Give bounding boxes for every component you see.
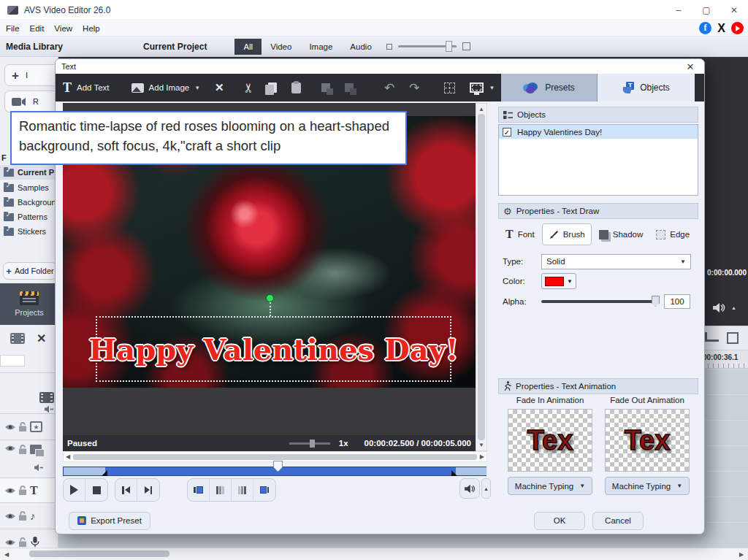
- import-button[interactable]: + I: [4, 64, 61, 86]
- track-voice[interactable]: [0, 529, 58, 555]
- minimize-button[interactable]: –: [665, 1, 692, 20]
- speaker-icon[interactable]: [712, 302, 725, 313]
- record-button[interactable]: R: [4, 91, 61, 112]
- volume-expand-button[interactable]: ▲: [481, 478, 491, 499]
- alpha-slider[interactable]: [541, 300, 658, 303]
- track-audio[interactable]: ♪: [0, 502, 58, 529]
- volume-button[interactable]: [459, 478, 480, 499]
- previous-frame-button[interactable]: [115, 479, 137, 501]
- stop-button[interactable]: [85, 479, 107, 501]
- font-tab[interactable]: T Font: [500, 223, 541, 245]
- menu-view[interactable]: View: [54, 24, 72, 33]
- lock-icon[interactable]: [19, 422, 27, 431]
- caption-input[interactable]: Romantic time-lapse of red roses bloomin…: [10, 111, 407, 165]
- undo-button[interactable]: ↶: [377, 74, 402, 101]
- x-icon[interactable]: X: [715, 22, 728, 34]
- play-button[interactable]: [64, 479, 85, 501]
- scroll-left-icon[interactable]: ◀: [66, 453, 70, 460]
- scroll-up-icon[interactable]: ▲: [478, 106, 484, 112]
- trim-bar[interactable]: [63, 467, 486, 476]
- redo-button[interactable]: ↷: [402, 74, 427, 101]
- current-project-label[interactable]: Current Project: [143, 42, 207, 52]
- scroll-right-icon[interactable]: ▶: [480, 453, 484, 460]
- trim-start-marker[interactable]: [102, 470, 107, 476]
- menu-file[interactable]: File: [6, 24, 20, 33]
- chevron-down-icon[interactable]: ▼: [194, 85, 200, 91]
- bring-forward-button[interactable]: [314, 74, 337, 101]
- trim-end-button[interactable]: [253, 479, 275, 501]
- eye-icon[interactable]: [4, 445, 16, 452]
- delete-object-button[interactable]: ✕: [207, 74, 232, 101]
- shadow-tab[interactable]: Shadow: [593, 223, 649, 245]
- trim-right-segment[interactable]: [456, 467, 486, 475]
- object-item[interactable]: ✓ Happy Valentines Day!: [499, 125, 698, 139]
- type-select[interactable]: Solid ▼: [541, 254, 691, 269]
- track-video[interactable]: [0, 372, 58, 413]
- next-frame-button[interactable]: [137, 479, 159, 501]
- send-backward-button[interactable]: [337, 74, 361, 101]
- close-button[interactable]: ✕: [720, 1, 748, 20]
- track-text[interactable]: T: [0, 477, 58, 502]
- tab-video[interactable]: Video: [262, 39, 300, 55]
- alpha-handle[interactable]: [652, 296, 660, 307]
- folder-item-backgrounds[interactable]: Backgroun: [0, 195, 58, 210]
- fade-out-select[interactable]: Machine Typing ▼: [605, 477, 690, 495]
- canvas-vscrollbar[interactable]: ▲ ▼: [476, 103, 487, 451]
- tab-audio[interactable]: Audio: [341, 39, 380, 55]
- tab-image[interactable]: Image: [300, 39, 341, 55]
- tab-presets[interactable]: Presets: [501, 74, 598, 101]
- menu-edit[interactable]: Edit: [30, 24, 45, 33]
- audio-mute-icon[interactable]: [44, 405, 54, 413]
- maximize-button[interactable]: ▢: [692, 1, 720, 20]
- add-folder-button[interactable]: + Add Folder: [3, 262, 57, 280]
- speed-handle[interactable]: [310, 440, 315, 448]
- trim-end-marker[interactable]: [451, 470, 457, 476]
- tab-objects[interactable]: Objects: [598, 74, 695, 101]
- color-swatch-button[interactable]: ▼: [541, 273, 576, 289]
- paste-button[interactable]: [284, 74, 308, 101]
- objects-list[interactable]: ✓ Happy Valentines Day!: [498, 124, 698, 196]
- media-library-label[interactable]: Media Library: [6, 42, 63, 52]
- audio-mute-icon[interactable]: [34, 464, 44, 472]
- track-overlay[interactable]: ★: [0, 413, 58, 440]
- canvas-hscrollbar[interactable]: ◀ ▶: [63, 451, 487, 462]
- main-volume[interactable]: ▲: [712, 302, 736, 313]
- tab-all[interactable]: All: [234, 39, 262, 55]
- facebook-icon[interactable]: f: [699, 22, 711, 34]
- scroll-right-icon[interactable]: ▶: [739, 551, 744, 558]
- trim-start-button[interactable]: [188, 479, 210, 501]
- youtube-icon[interactable]: [731, 22, 744, 34]
- add-image-button[interactable]: Add Image ▼: [124, 74, 208, 101]
- cut-button[interactable]: ✂: [236, 74, 261, 101]
- film-tool-icon[interactable]: [10, 333, 25, 344]
- trim-left-segment[interactable]: [64, 467, 105, 475]
- volume-expand-icon[interactable]: ▲: [731, 305, 736, 310]
- brush-tab[interactable]: Brush: [542, 223, 592, 245]
- eye-icon[interactable]: [4, 423, 16, 431]
- delete-icon[interactable]: ✕: [37, 331, 46, 345]
- vscroll-thumb[interactable]: [478, 114, 485, 440]
- grid-toggle-button[interactable]: [437, 74, 462, 101]
- split-left-button[interactable]: [210, 479, 232, 501]
- edge-tab[interactable]: Edge: [650, 223, 695, 245]
- alpha-value[interactable]: 100: [664, 294, 690, 309]
- lock-icon[interactable]: [19, 511, 27, 521]
- eye-icon[interactable]: [4, 539, 16, 546]
- lock-icon[interactable]: [19, 486, 27, 495]
- add-text-button[interactable]: T Add Text: [56, 74, 117, 101]
- safe-area-button[interactable]: ▼: [462, 74, 502, 101]
- export-preset-button[interactable]: Export Preset: [69, 512, 150, 530]
- thumbnail-slider-handle[interactable]: [446, 41, 452, 52]
- projects-button[interactable]: Projects: [0, 283, 58, 325]
- text-overlay[interactable]: Happy Valentines Day!: [89, 332, 459, 367]
- folder-item-stickers[interactable]: Stickers: [0, 224, 58, 239]
- copy-button[interactable]: [261, 74, 284, 101]
- scroll-down-icon[interactable]: ▼: [478, 442, 484, 448]
- speed-slider[interactable]: [289, 442, 330, 445]
- cancel-button[interactable]: Cancel: [592, 512, 644, 530]
- dialog-close-icon[interactable]: ✕: [682, 61, 698, 72]
- menu-help[interactable]: Help: [83, 24, 100, 33]
- object-checkbox[interactable]: ✓: [503, 128, 511, 137]
- eye-icon[interactable]: [4, 513, 16, 520]
- chevron-down-icon[interactable]: ▼: [489, 85, 495, 91]
